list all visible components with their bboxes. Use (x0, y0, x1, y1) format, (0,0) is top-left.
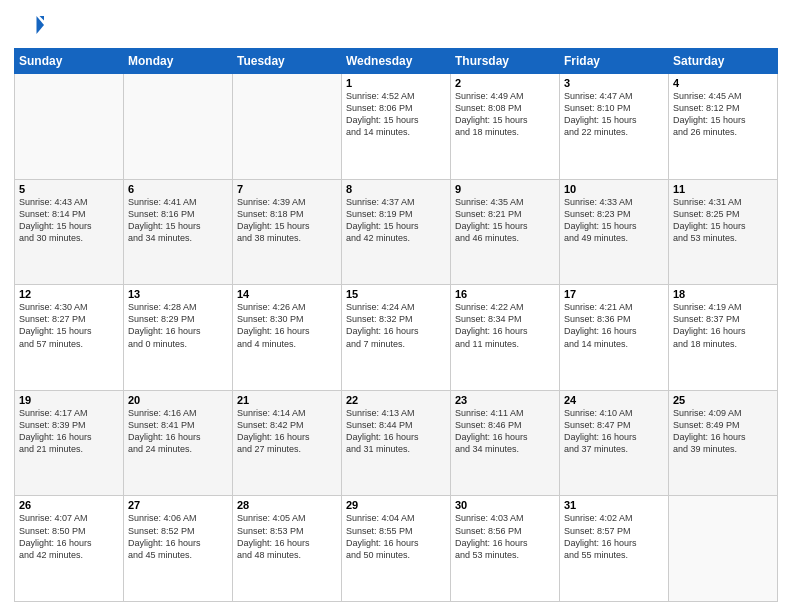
day-number: 2 (455, 77, 555, 89)
svg-marker-1 (40, 16, 45, 21)
day-info: Sunrise: 4:31 AM Sunset: 8:25 PM Dayligh… (673, 196, 773, 245)
day-number: 9 (455, 183, 555, 195)
day-number: 30 (455, 499, 555, 511)
calendar-cell-1-1 (15, 74, 124, 180)
calendar-cell-1-5: 2Sunrise: 4:49 AM Sunset: 8:08 PM Daylig… (451, 74, 560, 180)
calendar-cell-4-5: 23Sunrise: 4:11 AM Sunset: 8:46 PM Dayli… (451, 390, 560, 496)
day-number: 11 (673, 183, 773, 195)
day-info: Sunrise: 4:39 AM Sunset: 8:18 PM Dayligh… (237, 196, 337, 245)
day-number: 24 (564, 394, 664, 406)
day-number: 22 (346, 394, 446, 406)
calendar-cell-4-4: 22Sunrise: 4:13 AM Sunset: 8:44 PM Dayli… (342, 390, 451, 496)
day-info: Sunrise: 4:03 AM Sunset: 8:56 PM Dayligh… (455, 512, 555, 561)
day-info: Sunrise: 4:47 AM Sunset: 8:10 PM Dayligh… (564, 90, 664, 139)
page: SundayMondayTuesdayWednesdayThursdayFrid… (0, 0, 792, 612)
day-info: Sunrise: 4:04 AM Sunset: 8:55 PM Dayligh… (346, 512, 446, 561)
calendar-cell-2-6: 10Sunrise: 4:33 AM Sunset: 8:23 PM Dayli… (560, 179, 669, 285)
day-header-sunday: Sunday (15, 49, 124, 74)
day-info: Sunrise: 4:37 AM Sunset: 8:19 PM Dayligh… (346, 196, 446, 245)
calendar-cell-4-1: 19Sunrise: 4:17 AM Sunset: 8:39 PM Dayli… (15, 390, 124, 496)
calendar-cell-3-4: 15Sunrise: 4:24 AM Sunset: 8:32 PM Dayli… (342, 285, 451, 391)
calendar-week-2: 5Sunrise: 4:43 AM Sunset: 8:14 PM Daylig… (15, 179, 778, 285)
calendar-cell-3-3: 14Sunrise: 4:26 AM Sunset: 8:30 PM Dayli… (233, 285, 342, 391)
calendar-cell-3-6: 17Sunrise: 4:21 AM Sunset: 8:36 PM Dayli… (560, 285, 669, 391)
calendar-cell-4-7: 25Sunrise: 4:09 AM Sunset: 8:49 PM Dayli… (669, 390, 778, 496)
day-number: 3 (564, 77, 664, 89)
calendar-cell-3-2: 13Sunrise: 4:28 AM Sunset: 8:29 PM Dayli… (124, 285, 233, 391)
day-info: Sunrise: 4:21 AM Sunset: 8:36 PM Dayligh… (564, 301, 664, 350)
day-number: 13 (128, 288, 228, 300)
day-number: 6 (128, 183, 228, 195)
calendar-cell-5-7 (669, 496, 778, 602)
calendar-cell-5-1: 26Sunrise: 4:07 AM Sunset: 8:50 PM Dayli… (15, 496, 124, 602)
day-number: 25 (673, 394, 773, 406)
logo (14, 10, 48, 40)
day-number: 19 (19, 394, 119, 406)
calendar-cell-5-3: 28Sunrise: 4:05 AM Sunset: 8:53 PM Dayli… (233, 496, 342, 602)
day-info: Sunrise: 4:49 AM Sunset: 8:08 PM Dayligh… (455, 90, 555, 139)
day-info: Sunrise: 4:05 AM Sunset: 8:53 PM Dayligh… (237, 512, 337, 561)
day-number: 28 (237, 499, 337, 511)
calendar-week-3: 12Sunrise: 4:30 AM Sunset: 8:27 PM Dayli… (15, 285, 778, 391)
day-info: Sunrise: 4:43 AM Sunset: 8:14 PM Dayligh… (19, 196, 119, 245)
day-number: 8 (346, 183, 446, 195)
day-info: Sunrise: 4:45 AM Sunset: 8:12 PM Dayligh… (673, 90, 773, 139)
calendar-week-5: 26Sunrise: 4:07 AM Sunset: 8:50 PM Dayli… (15, 496, 778, 602)
day-number: 31 (564, 499, 664, 511)
calendar-cell-5-2: 27Sunrise: 4:06 AM Sunset: 8:52 PM Dayli… (124, 496, 233, 602)
day-number: 10 (564, 183, 664, 195)
calendar-cell-1-3 (233, 74, 342, 180)
day-info: Sunrise: 4:24 AM Sunset: 8:32 PM Dayligh… (346, 301, 446, 350)
day-number: 12 (19, 288, 119, 300)
calendar-cell-2-2: 6Sunrise: 4:41 AM Sunset: 8:16 PM Daylig… (124, 179, 233, 285)
day-info: Sunrise: 4:10 AM Sunset: 8:47 PM Dayligh… (564, 407, 664, 456)
day-number: 29 (346, 499, 446, 511)
day-info: Sunrise: 4:26 AM Sunset: 8:30 PM Dayligh… (237, 301, 337, 350)
calendar-cell-3-7: 18Sunrise: 4:19 AM Sunset: 8:37 PM Dayli… (669, 285, 778, 391)
day-info: Sunrise: 4:11 AM Sunset: 8:46 PM Dayligh… (455, 407, 555, 456)
calendar-cell-1-2 (124, 74, 233, 180)
day-number: 20 (128, 394, 228, 406)
day-info: Sunrise: 4:30 AM Sunset: 8:27 PM Dayligh… (19, 301, 119, 350)
calendar-cell-1-7: 4Sunrise: 4:45 AM Sunset: 8:12 PM Daylig… (669, 74, 778, 180)
calendar-cell-4-6: 24Sunrise: 4:10 AM Sunset: 8:47 PM Dayli… (560, 390, 669, 496)
day-info: Sunrise: 4:35 AM Sunset: 8:21 PM Dayligh… (455, 196, 555, 245)
day-info: Sunrise: 4:17 AM Sunset: 8:39 PM Dayligh… (19, 407, 119, 456)
day-info: Sunrise: 4:19 AM Sunset: 8:37 PM Dayligh… (673, 301, 773, 350)
header (14, 10, 778, 40)
day-info: Sunrise: 4:16 AM Sunset: 8:41 PM Dayligh… (128, 407, 228, 456)
calendar-table: SundayMondayTuesdayWednesdayThursdayFrid… (14, 48, 778, 602)
calendar-cell-2-1: 5Sunrise: 4:43 AM Sunset: 8:14 PM Daylig… (15, 179, 124, 285)
logo-icon (14, 10, 44, 40)
calendar-cell-5-4: 29Sunrise: 4:04 AM Sunset: 8:55 PM Dayli… (342, 496, 451, 602)
calendar-cell-3-5: 16Sunrise: 4:22 AM Sunset: 8:34 PM Dayli… (451, 285, 560, 391)
day-header-wednesday: Wednesday (342, 49, 451, 74)
day-number: 5 (19, 183, 119, 195)
day-header-friday: Friday (560, 49, 669, 74)
day-number: 18 (673, 288, 773, 300)
calendar-week-4: 19Sunrise: 4:17 AM Sunset: 8:39 PM Dayli… (15, 390, 778, 496)
day-header-tuesday: Tuesday (233, 49, 342, 74)
day-info: Sunrise: 4:28 AM Sunset: 8:29 PM Dayligh… (128, 301, 228, 350)
day-number: 26 (19, 499, 119, 511)
day-number: 7 (237, 183, 337, 195)
calendar-week-1: 1Sunrise: 4:52 AM Sunset: 8:06 PM Daylig… (15, 74, 778, 180)
day-number: 16 (455, 288, 555, 300)
calendar-cell-4-3: 21Sunrise: 4:14 AM Sunset: 8:42 PM Dayli… (233, 390, 342, 496)
calendar-cell-3-1: 12Sunrise: 4:30 AM Sunset: 8:27 PM Dayli… (15, 285, 124, 391)
calendar-cell-5-5: 30Sunrise: 4:03 AM Sunset: 8:56 PM Dayli… (451, 496, 560, 602)
day-number: 21 (237, 394, 337, 406)
day-info: Sunrise: 4:52 AM Sunset: 8:06 PM Dayligh… (346, 90, 446, 139)
day-info: Sunrise: 4:13 AM Sunset: 8:44 PM Dayligh… (346, 407, 446, 456)
calendar-cell-4-2: 20Sunrise: 4:16 AM Sunset: 8:41 PM Dayli… (124, 390, 233, 496)
calendar-cell-1-6: 3Sunrise: 4:47 AM Sunset: 8:10 PM Daylig… (560, 74, 669, 180)
day-number: 17 (564, 288, 664, 300)
calendar-cell-2-7: 11Sunrise: 4:31 AM Sunset: 8:25 PM Dayli… (669, 179, 778, 285)
calendar-header-row: SundayMondayTuesdayWednesdayThursdayFrid… (15, 49, 778, 74)
day-number: 15 (346, 288, 446, 300)
day-number: 14 (237, 288, 337, 300)
day-number: 1 (346, 77, 446, 89)
day-number: 23 (455, 394, 555, 406)
calendar-cell-2-3: 7Sunrise: 4:39 AM Sunset: 8:18 PM Daylig… (233, 179, 342, 285)
day-info: Sunrise: 4:14 AM Sunset: 8:42 PM Dayligh… (237, 407, 337, 456)
